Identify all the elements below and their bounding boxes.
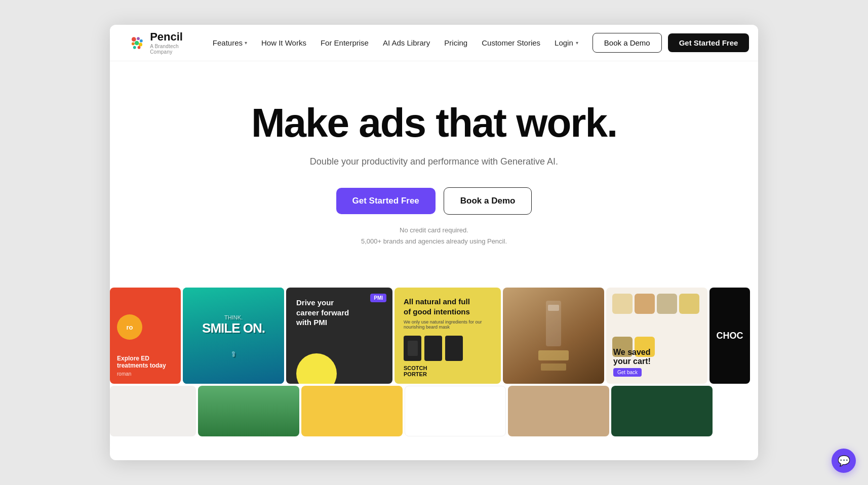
get-back-button[interactable]: Get back [613, 368, 642, 377]
hero-book-demo-button[interactable]: Book a Demo [444, 187, 532, 215]
nav-actions: Login ▾ Book a Demo Get Started Free [546, 33, 749, 53]
logo-icon [130, 33, 145, 53]
ad-text-orange: Explore EDtreatments today [117, 355, 174, 369]
scotch-porter-text: All natural and fullof good intentions [404, 297, 492, 316]
svg-point-1 [137, 37, 140, 40]
ad-card-cart-saved: We savedyour cart! Get back [606, 288, 707, 384]
navbar: Pencil A Brandtech Company Features ▾ Ho… [110, 25, 758, 61]
svg-point-4 [135, 41, 139, 45]
product-images [404, 336, 492, 361]
brand-tagline: A Brandtech Company [150, 44, 188, 55]
nav-customer-stories[interactable]: Customer Stories [476, 34, 546, 51]
svg-point-7 [138, 46, 141, 49]
hero-note: No credit card required. 5,000+ brands a… [361, 225, 507, 247]
get-started-nav-button[interactable]: Get Started Free [668, 33, 749, 52]
nav-how-it-works[interactable]: How It Works [255, 34, 312, 51]
hero-get-started-button[interactable]: Get Started Free [336, 188, 436, 214]
ad-card-darkgreen2 [611, 386, 713, 436]
yellow-circle [296, 353, 337, 384]
nav-ai-ads-library[interactable]: AI Ads Library [377, 34, 436, 51]
nav-features[interactable]: Features ▾ [207, 34, 253, 51]
ad-card-whisky [503, 288, 604, 384]
ad-row-2 [110, 386, 758, 436]
nav-for-enterprise[interactable]: For Enterprise [314, 34, 375, 51]
brand-sub: roman [117, 371, 174, 377]
ad-card-pmi: Drive yourcareer forwardwith PMI PMI [286, 288, 392, 384]
ad-card-white2 [405, 386, 506, 436]
nav-links: Features ▾ How It Works For Enterprise A… [207, 34, 546, 51]
cart-saved-label: We savedyour cart! Get back [613, 348, 700, 377]
saved-text: We savedyour cart! [613, 348, 700, 366]
book-demo-nav-button[interactable]: Book a Demo [593, 33, 662, 53]
brand-name: Pencil [150, 31, 188, 43]
svg-point-3 [132, 42, 135, 45]
chevron-down-icon: ▾ [245, 40, 247, 46]
chat-icon: 💬 [838, 455, 850, 467]
ad-gallery: ro Explore EDtreatments today roman THIN… [110, 288, 758, 436]
hero-section: Make ads that work. Double your producti… [110, 61, 758, 277]
chat-bubble[interactable]: 💬 [832, 449, 856, 473]
ad-card-light [110, 386, 196, 436]
nav-pricing[interactable]: Pricing [438, 34, 474, 51]
hero-title: Make ads that work. [251, 102, 617, 144]
ad-card-yellow2 [301, 386, 403, 436]
pmi-text: Drive yourcareer forwardwith PMI [296, 298, 349, 328]
choc-text: CHOC [717, 331, 743, 341]
ad-row-1: ro Explore EDtreatments today roman THIN… [110, 288, 758, 384]
svg-point-5 [139, 43, 142, 46]
whisky-content [538, 301, 569, 371]
scotch-porter-sub: We only use natural ingredients for our … [404, 319, 492, 330]
brand-circle: ro [117, 314, 142, 340]
ad-text-smile: THINK. SMILE ON. 🩴 [202, 314, 265, 357]
svg-point-0 [132, 37, 136, 42]
ad-card-teal: THINK. SMILE ON. 🩴 [183, 288, 284, 384]
ad-card-orange: ro Explore EDtreatments today roman [110, 288, 181, 384]
ad-card-scotch-porter: All natural and fullof good intentions W… [394, 288, 501, 384]
ad-card-grass [198, 386, 299, 436]
hero-actions: Get Started Free Book a Demo [336, 187, 532, 215]
ad-card-choc: CHOC [709, 288, 750, 384]
hero-subtitle: Double your productivity and performance… [310, 156, 558, 167]
logo[interactable]: Pencil A Brandtech Company [130, 31, 188, 54]
pmi-badge: PMI [370, 294, 386, 302]
chevron-down-icon: ▾ [576, 40, 578, 46]
ad-card-tan2 [508, 386, 609, 436]
scotch-porter-brand: SCOTCHPORTER [404, 365, 492, 377]
login-button[interactable]: Login ▾ [546, 34, 586, 51]
svg-point-6 [133, 46, 136, 49]
svg-point-2 [140, 39, 143, 42]
